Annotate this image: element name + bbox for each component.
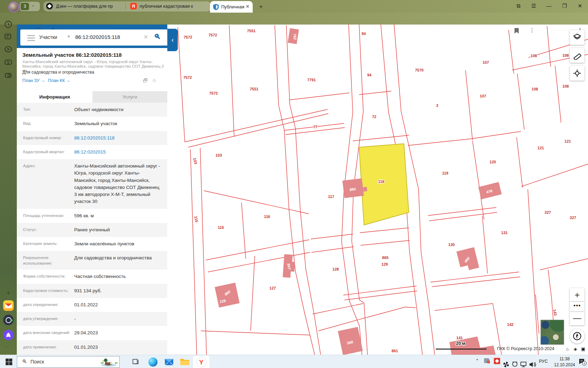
- tab-dzen[interactable]: Дзен — платформа для пр: [56, 4, 121, 9]
- tab-divider: [125, 2, 126, 9]
- parcel-label-7572: 7572: [183, 75, 192, 80]
- downloads-badge-icon[interactable]: 5: [4, 58, 13, 67]
- close-window-button[interactable]: ✕: [576, 3, 584, 9]
- overview-minimap[interactable]: [541, 320, 564, 345]
- menu-hamburger-icon[interactable]: [27, 35, 35, 41]
- restore-button[interactable]: ❐: [561, 3, 568, 9]
- mail-taskbar-icon[interactable]: [161, 356, 177, 367]
- tray-pinwheel-icon[interactable]: [503, 358, 509, 368]
- attribute-label: дата внесения сведений:: [23, 329, 71, 336]
- more-menu-icon[interactable]: ⋮: [528, 27, 536, 33]
- screenshot-icon[interactable]: [4, 71, 13, 80]
- minimize-button[interactable]: —: [545, 3, 553, 9]
- measure-button[interactable]: [570, 48, 584, 63]
- parcel-label-127: 127: [270, 286, 276, 290]
- parcel-label-141: 141: [456, 336, 463, 340]
- feed-icon[interactable]: [4, 32, 13, 41]
- panel-tabs: Информация Услуги: [17, 91, 167, 103]
- locate-button[interactable]: [570, 329, 584, 343]
- video-icon[interactable]: [4, 45, 13, 54]
- attribute-label: Кадастровая стоимость:: [23, 287, 71, 294]
- search-category[interactable]: Участки: [39, 34, 57, 40]
- history-icon[interactable]: [4, 20, 13, 29]
- yandex-mail-icon[interactable]: [3, 300, 14, 311]
- taskbar-search[interactable]: 🔍︎ Поиск: [17, 356, 120, 368]
- attribute-label: Вид:: [23, 120, 71, 127]
- attribute-value: 931 134 руб.: [71, 287, 106, 294]
- yandex-browser-taskbar-icon[interactable]: Y: [193, 356, 209, 368]
- buildings: [215, 28, 502, 355]
- cadastral-map[interactable]: 7572757275519477919475701071081087572757…: [167, 25, 588, 355]
- parcel-label-108: 108: [532, 87, 538, 91]
- tab-search[interactable]: публичная кадастровая к: [140, 4, 203, 9]
- parcel-label-103: 103: [216, 153, 222, 157]
- home-icon[interactable]: ⌂: [566, 346, 569, 352]
- menu-icon[interactable]: ☰: [530, 3, 538, 9]
- zoom-menu-button[interactable]: •••: [570, 302, 584, 312]
- zoom-out-button[interactable]: —: [570, 312, 584, 325]
- attribute-row: Разрешенное использование:Для садоводств…: [17, 251, 167, 270]
- recorder-icon[interactable]: [3, 315, 14, 325]
- tray-capture-icon[interactable]: [511, 358, 518, 368]
- attribute-value[interactable]: 86:12:0202015:118: [71, 135, 119, 142]
- tray-expand-icon[interactable]: ⌃: [475, 358, 479, 368]
- explorer-taskbar-icon[interactable]: [177, 356, 192, 367]
- preview-icon[interactable]: 🗗︎: [143, 77, 148, 83]
- add-panel-icon[interactable]: ＋: [5, 288, 12, 297]
- attribute-label: Кадастровый номер:: [23, 135, 71, 142]
- center-icon[interactable]: ◈: [574, 346, 577, 352]
- panels-icon[interactable]: ⧉: [514, 3, 522, 9]
- alice-icon[interactable]: [3, 330, 14, 340]
- parcel-label-118: 118: [378, 179, 384, 184]
- favorite-star-icon[interactable]: ☆: [152, 77, 156, 84]
- clear-search-icon[interactable]: ✕: [144, 34, 148, 40]
- profile-avatar[interactable]: [8, 2, 19, 12]
- notification-badge: 1: [582, 361, 587, 366]
- tray-volume-icon[interactable]: [529, 358, 537, 368]
- search-highlight-duck[interactable]: [100, 357, 118, 367]
- selected-parcel-highlight[interactable]: [359, 144, 409, 225]
- search-input[interactable]: 86:12:0202015:118: [75, 34, 120, 40]
- svg-text:20 м: 20 м: [456, 341, 465, 346]
- position-button[interactable]: [570, 66, 584, 81]
- attribute-value: Частная собственность: [71, 273, 131, 280]
- search-box[interactable]: Участки ▼ 86:12:0202015:118 ✕ 🔍︎: [20, 29, 171, 46]
- category-chevron-icon[interactable]: ▼: [67, 34, 71, 39]
- map-attribution: ПКК © Росреестр 2010-2024: [497, 346, 554, 351]
- collapse-panel-button[interactable]: ‹: [167, 29, 178, 51]
- attribute-row: Адрес:Ханты-Мансийский автономный округ …: [17, 159, 167, 209]
- edge-taskbar-icon[interactable]: [145, 356, 161, 367]
- plan-zu-link[interactable]: План ЗУ →: [22, 78, 45, 83]
- tab-services[interactable]: Услуги: [92, 91, 167, 103]
- start-button[interactable]: [6, 359, 12, 365]
- tab-information[interactable]: Информация: [17, 91, 92, 103]
- tray-shield-icon[interactable]: !: [484, 358, 490, 368]
- bookmark-icon[interactable]: [514, 28, 519, 34]
- layers-button[interactable]: [570, 30, 584, 45]
- notification-center-icon[interactable]: 1: [579, 358, 585, 368]
- parcel-label-119: 119: [442, 171, 448, 175]
- plan-kk-link[interactable]: План КК →: [48, 78, 70, 83]
- parcel-label-327: 327: [570, 216, 576, 220]
- attribute-value[interactable]: 86:12:0202015: [71, 149, 111, 156]
- attribute-value: Объект недвижимости: [71, 106, 128, 113]
- tab-group-pill[interactable]: 3 ⌄: [20, 2, 40, 11]
- tab-pkk-active[interactable]: Публичная кадастрова ✕: [210, 1, 253, 13]
- tray-language[interactable]: РУС: [539, 359, 548, 368]
- fullscreen-icon[interactable]: ▣: [581, 346, 585, 352]
- attribute-row: Кадастровый квартал:86:12:0202015: [17, 145, 167, 159]
- sidebar-more-icon[interactable]: …: [5, 343, 10, 348]
- close-tab-icon[interactable]: ✕: [246, 4, 250, 9]
- parcel-label-77: 77: [313, 125, 317, 129]
- result-title: Земельный участок 86:12:0202015:118: [22, 52, 122, 58]
- attribute-label: дата определения:: [23, 301, 71, 308]
- tray-clock[interactable]: 11:38 12.10.2024: [552, 356, 577, 368]
- new-tab-button[interactable]: ＋: [258, 2, 264, 11]
- result-address-line1: Ханты-Мансийский автономный округ - Югра…: [22, 60, 153, 64]
- task-view-button[interactable]: [128, 356, 144, 367]
- zoom-in-button[interactable]: ＋: [570, 288, 584, 301]
- search-icon[interactable]: 🔍︎: [154, 33, 161, 41]
- parcel-label-129: 129: [382, 262, 388, 266]
- tray-network-icon[interactable]: [520, 358, 527, 368]
- tray-diamond-icon[interactable]: [494, 358, 500, 364]
